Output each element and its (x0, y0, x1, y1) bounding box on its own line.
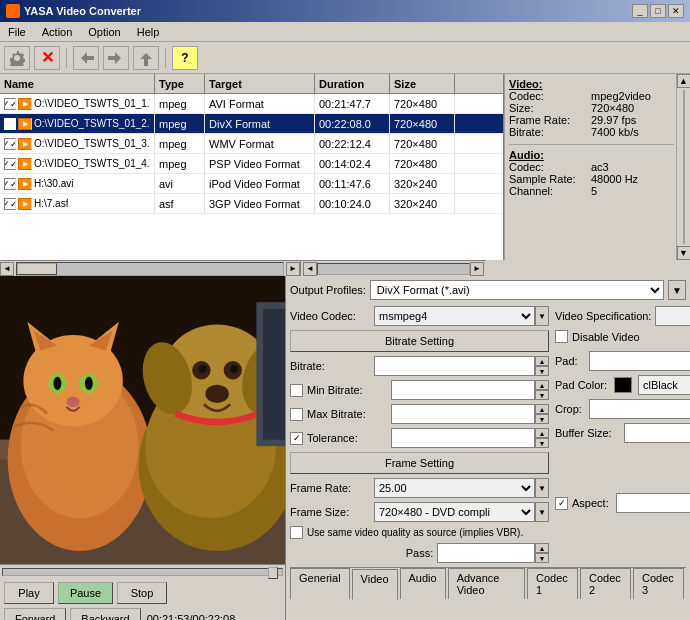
file-icon-4: ▶ (18, 178, 32, 190)
max-bitrate-down[interactable]: ▼ (535, 414, 549, 424)
tab-video[interactable]: Video (352, 569, 398, 600)
frame-rate-arrow[interactable]: ▼ (535, 478, 549, 498)
pause-button[interactable]: Pause (58, 582, 113, 604)
hscroll-thumb[interactable] (17, 263, 57, 275)
scroll-up-button[interactable]: ▲ (677, 74, 691, 88)
info-hscroll-left[interactable]: ◄ (303, 262, 317, 276)
info-hscroll-right[interactable]: ► (470, 262, 484, 276)
scroll-down-button[interactable]: ▼ (677, 246, 691, 260)
settings-tabs: Generial Video Audio Advance Video Codec… (290, 567, 686, 599)
menu-option[interactable]: Option (84, 25, 124, 39)
crop-input[interactable]: 0;0;0;0 (589, 399, 690, 419)
pass-input[interactable]: 1 (437, 543, 535, 563)
playback-controls: Play Pause Stop Forward Backward 00:21:5… (0, 578, 285, 620)
move-right-button[interactable] (103, 46, 129, 70)
pass-down[interactable]: ▼ (535, 553, 549, 563)
frame-size-arrow[interactable]: ▼ (535, 502, 549, 522)
output-profile-select[interactable]: DivX Format (*.avi) (370, 280, 664, 300)
vbr-row: Use same video quality as source (implie… (290, 526, 549, 539)
max-bitrate-up[interactable]: ▲ (535, 404, 549, 414)
table-row[interactable]: ✓ ▶ O:\VIDEO_TSWTS_01_4.VOB mpeg PSP Vid… (0, 154, 503, 174)
table-row[interactable]: ✓ ▶ O:\VIDEO_TSWTS_01_3.VOB mpeg WMV For… (0, 134, 503, 154)
tab-codec3[interactable]: Codec 3 (633, 568, 684, 599)
bitrate-input[interactable]: 1150 (374, 356, 535, 376)
bitrate-section-button[interactable]: Bitrate Setting (290, 330, 549, 352)
bitrate-up[interactable]: ▲ (535, 356, 549, 366)
vbr-label: Use same video quality as source (implie… (307, 527, 523, 538)
menu-help[interactable]: Help (133, 25, 164, 39)
hscroll-right-button[interactable]: ► (286, 262, 300, 276)
video-codec-arrow[interactable]: ▼ (535, 306, 549, 326)
row-checkbox-3[interactable]: ✓ (4, 158, 16, 170)
max-bitrate-checkbox[interactable] (290, 408, 303, 421)
vbr-checkbox[interactable] (290, 526, 303, 539)
row-checkbox-1[interactable]: ✓ (4, 118, 16, 130)
close-button[interactable]: ✕ (668, 4, 684, 18)
pad-input[interactable]: 0;0;0;0 (589, 351, 690, 371)
row-checkbox-2[interactable]: ✓ (4, 138, 16, 150)
table-row[interactable]: ✓ ▶ O:\VIDEO_TSWTS_01_1.VOB mpeg AVI For… (0, 94, 503, 114)
frame-size-select[interactable]: 720×480 - DVD compli (374, 502, 535, 522)
video-codec-select[interactable]: msmpeg4 (374, 306, 535, 326)
tab-codec1[interactable]: Codec 1 (527, 568, 578, 599)
move-left-button[interactable] (73, 46, 99, 70)
toolbar: ✕ ? (0, 42, 690, 74)
tab-audio[interactable]: Audio (400, 568, 446, 599)
buffer-input[interactable]: 0 (624, 423, 690, 443)
progress-thumb[interactable] (268, 567, 278, 579)
stop-button[interactable]: Stop (117, 582, 167, 604)
tolerance-up[interactable]: ▲ (535, 428, 549, 438)
tab-codec2[interactable]: Codec 2 (580, 568, 631, 599)
bitrate-down[interactable]: ▼ (535, 366, 549, 376)
output-profile-arrow[interactable]: ▼ (668, 280, 686, 300)
hscroll-left-button[interactable]: ◄ (0, 262, 14, 276)
table-row[interactable]: ✓ ▶ H:\7.asf asf 3GP Video Format 00:10:… (0, 194, 503, 214)
frame-section-button[interactable]: Frame Setting (290, 452, 549, 474)
max-bitrate-spinbtns: ▲ ▼ (535, 404, 549, 424)
pad-color-box[interactable] (614, 377, 632, 393)
tab-generial[interactable]: Generial (290, 568, 350, 599)
aspect-row: Aspect: 1.78 ▲ ▼ (555, 493, 690, 513)
video-spec-select[interactable] (655, 306, 690, 326)
max-bitrate-input[interactable]: 0 (391, 404, 535, 424)
table-row[interactable]: ✓ ▶ O:\VIDEO_TSWTS_01_2.VOB mpeg DivX Fo… (0, 114, 503, 134)
min-bitrate-up[interactable]: ▲ (535, 380, 549, 390)
tolerance-down[interactable]: ▼ (535, 438, 549, 448)
menu-action[interactable]: Action (38, 25, 77, 39)
progress-bar[interactable] (0, 564, 285, 578)
min-bitrate-input[interactable]: 0 (391, 380, 535, 400)
row-checkbox-5[interactable]: ✓ (4, 198, 16, 210)
pad-color-select[interactable]: clBlack (638, 375, 690, 395)
move-up-button[interactable] (133, 46, 159, 70)
progress-track[interactable] (2, 568, 283, 576)
frame-rate-select[interactable]: 25.00 (374, 478, 535, 498)
app-icon (6, 4, 20, 18)
bitrate-row: Bitrate: 7400 kb/s (509, 126, 674, 138)
hscroll-track[interactable] (16, 262, 284, 276)
settings-button[interactable] (4, 46, 30, 70)
row-checkbox-0[interactable]: ✓ (4, 98, 16, 110)
backward-button[interactable]: Backward (70, 608, 140, 620)
row-checkbox-4[interactable]: ✓ (4, 178, 16, 190)
aspect-input[interactable]: 1.78 (616, 493, 690, 513)
tolerance-input[interactable]: 4000 (391, 428, 535, 448)
minimize-button[interactable]: _ (632, 4, 648, 18)
forward-button[interactable]: Forward (4, 608, 66, 620)
pass-spinbtns: ▲ ▼ (535, 543, 549, 563)
min-bitrate-checkbox[interactable] (290, 384, 303, 397)
table-row[interactable]: ✓ ▶ H:\30.avi avi iPod Video Format 00:1… (0, 174, 503, 194)
disable-video-checkbox[interactable] (555, 330, 568, 343)
help-button[interactable]: ? (172, 46, 198, 70)
play-button[interactable]: Play (4, 582, 54, 604)
file-list-hscrollbar[interactable]: ◄ ► ◄ ► (0, 260, 486, 276)
aspect-checkbox[interactable] (555, 497, 568, 510)
info-scrollbar[interactable]: ▲ ▼ (676, 74, 690, 260)
pass-up[interactable]: ▲ (535, 543, 549, 553)
menu-file[interactable]: File (4, 25, 30, 39)
delete-button[interactable]: ✕ (34, 46, 60, 70)
tab-advance-video[interactable]: Advance Video (448, 568, 525, 599)
maximize-button[interactable]: □ (650, 4, 666, 18)
min-bitrate-down[interactable]: ▼ (535, 390, 549, 400)
tolerance-checkbox[interactable] (290, 432, 303, 445)
aspect-spin: 1.78 ▲ ▼ (616, 493, 690, 513)
